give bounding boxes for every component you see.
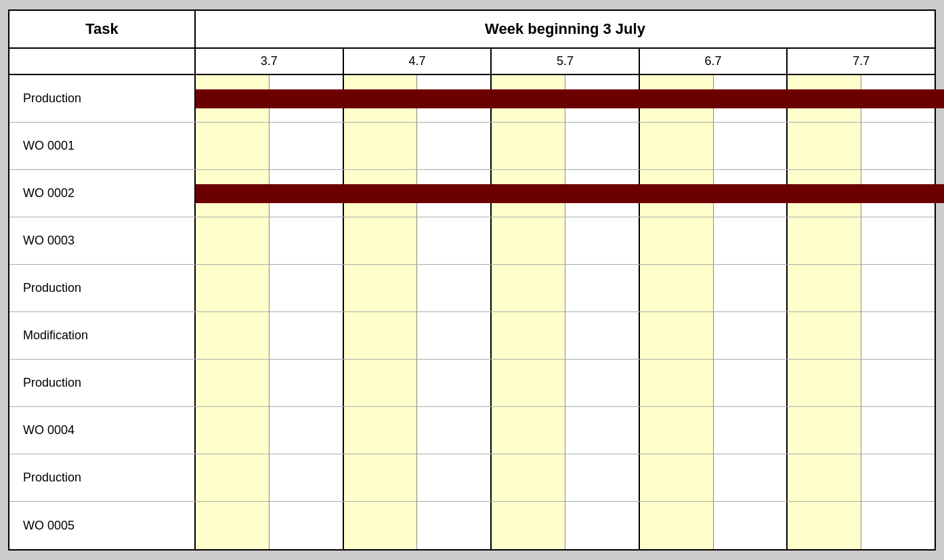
chart-area	[196, 265, 935, 311]
col-8	[788, 75, 861, 122]
col-4	[492, 217, 565, 264]
col-8	[788, 265, 861, 311]
col-1	[270, 502, 344, 549]
col-8	[788, 170, 861, 217]
col-0	[196, 407, 270, 454]
col-0	[196, 217, 270, 264]
col-3	[417, 360, 492, 406]
col-7	[714, 502, 788, 549]
day-label-5: 7.7	[788, 49, 935, 74]
col-7	[714, 360, 788, 406]
col-8	[788, 123, 861, 169]
col-5	[565, 502, 640, 549]
col-6	[640, 170, 714, 217]
col-6	[640, 360, 714, 406]
col-7	[714, 170, 788, 217]
col-4	[492, 170, 565, 217]
chart-area	[196, 502, 935, 549]
col-5	[565, 265, 640, 311]
task-label: Production	[9, 454, 196, 501]
col-4	[492, 407, 565, 454]
day-label-4: 6.7	[640, 49, 788, 74]
col-5	[565, 454, 640, 501]
chart-area	[196, 360, 935, 406]
col-1	[270, 170, 344, 217]
day-label-2: 4.7	[344, 49, 492, 74]
col-8	[788, 360, 861, 406]
col-7	[714, 407, 788, 454]
col-5	[565, 217, 640, 264]
col-2	[344, 217, 418, 264]
col-9	[861, 123, 935, 169]
col-2	[344, 407, 418, 454]
gantt-row: WO 0005	[9, 502, 935, 549]
week-title: Week beginning 3 July	[196, 11, 935, 47]
col-9	[861, 217, 935, 264]
col-0	[196, 170, 270, 217]
gantt-body: ProductionWO 0001WO 0002WO 0003Productio…	[9, 75, 935, 549]
col-6	[640, 312, 714, 359]
day-label-1: 3.7	[196, 49, 344, 74]
col-6	[640, 502, 714, 549]
gantt-row: WO 0004	[9, 407, 935, 454]
col-9	[861, 75, 935, 122]
col-8	[788, 312, 861, 359]
col-5	[565, 123, 640, 169]
gantt-row: Production	[9, 454, 935, 502]
col-2	[344, 454, 418, 501]
col-1	[270, 407, 344, 454]
task-label: WO 0005	[9, 502, 196, 549]
col-6	[640, 265, 714, 311]
col-7	[714, 454, 788, 501]
col-0	[196, 360, 270, 406]
col-6	[640, 75, 714, 122]
col-0	[196, 502, 270, 549]
col-4	[492, 454, 565, 501]
task-label: Production	[9, 265, 196, 311]
col-0	[196, 75, 270, 122]
col-3	[417, 502, 492, 549]
col-8	[788, 217, 861, 264]
chart-area	[196, 407, 935, 454]
col-3	[417, 312, 492, 359]
col-2	[344, 360, 418, 406]
task-label: WO 0002	[9, 170, 196, 217]
col-9	[861, 454, 935, 501]
task-label: Modification	[9, 312, 196, 359]
col-2	[344, 265, 418, 311]
task-label: WO 0003	[9, 217, 196, 264]
col-2	[344, 502, 418, 549]
col-4	[492, 312, 565, 359]
chart-area	[196, 217, 935, 264]
col-2	[344, 123, 418, 169]
col-2	[344, 75, 418, 122]
day-label-3: 5.7	[492, 49, 640, 74]
col-9	[861, 312, 935, 359]
col-6	[640, 217, 714, 264]
col-9	[861, 265, 935, 311]
chart-area	[196, 170, 935, 217]
col-2	[344, 312, 418, 359]
col-7	[714, 312, 788, 359]
task-label: Production	[9, 360, 196, 406]
task-label: WO 0004	[9, 407, 196, 454]
col-6	[640, 454, 714, 501]
col-3	[417, 407, 492, 454]
chart-area	[196, 123, 935, 169]
task-label: WO 0001	[9, 123, 196, 169]
col-3	[417, 123, 492, 169]
col-3	[417, 170, 492, 217]
task-header: Task	[9, 11, 196, 47]
chart-area	[196, 75, 935, 122]
col-7	[714, 123, 788, 169]
col-9	[861, 407, 935, 454]
col-1	[270, 312, 344, 359]
col-1	[270, 217, 344, 264]
gantt-row: WO 0002	[9, 170, 935, 217]
col-7	[714, 75, 788, 122]
gantt-row: WO 0003	[9, 217, 935, 265]
col-3	[417, 217, 492, 264]
col-5	[565, 312, 640, 359]
col-5	[565, 75, 640, 122]
task-spacer	[9, 49, 196, 74]
